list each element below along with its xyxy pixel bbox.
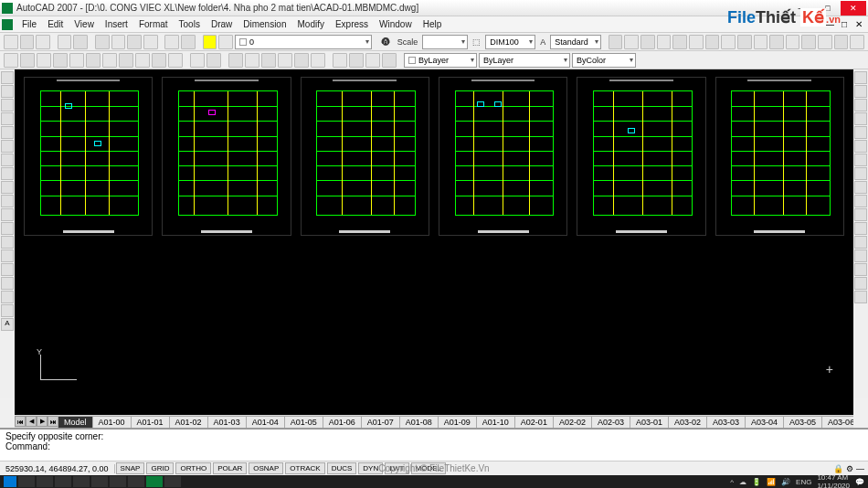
tab-a01-04[interactable]: A01-04 (246, 416, 285, 428)
zoom-extents-icon[interactable] (168, 53, 183, 68)
dim-rad-icon[interactable] (672, 35, 687, 49)
toggle-snap[interactable]: SNAP (116, 462, 145, 474)
task-store-icon[interactable] (91, 476, 108, 487)
revcloud-icon[interactable] (1, 167, 14, 180)
task-app1-icon[interactable] (110, 476, 126, 487)
maximize-button[interactable]: □ (815, 1, 841, 16)
menu-insert[interactable]: Insert (100, 19, 133, 29)
polygon-icon[interactable] (1, 112, 14, 125)
dim-aligned-icon[interactable] (624, 35, 639, 49)
dim-linear-icon[interactable] (609, 35, 623, 49)
extend-icon[interactable] (854, 208, 867, 221)
save-icon[interactable] (36, 35, 50, 49)
tray-minus-icon[interactable]: — (856, 464, 864, 473)
insert-block-icon[interactable] (1, 222, 14, 235)
hatch-icon[interactable] (365, 53, 380, 68)
tray-cloud-icon[interactable]: ☁ (739, 478, 746, 486)
dim-tol-icon[interactable] (786, 35, 800, 49)
block-icon[interactable] (333, 53, 347, 68)
task-cortana-icon[interactable] (37, 476, 53, 487)
dim-ord-icon[interactable] (657, 35, 672, 49)
table-tool-icon[interactable] (1, 304, 14, 317)
tab-a03-06[interactable]: A03-06 (821, 416, 853, 428)
dim-ang-icon[interactable] (705, 35, 720, 49)
zoom-all-icon[interactable] (152, 53, 166, 68)
zoom-center-icon[interactable] (86, 53, 101, 68)
markup-icon[interactable] (294, 53, 309, 68)
zoom-realtime-icon[interactable] (4, 53, 18, 68)
move-icon[interactable] (854, 140, 867, 153)
toggle-osnap[interactable]: OSNAP (249, 462, 283, 474)
hatch-tool-icon[interactable] (1, 263, 14, 276)
task-explorer-icon[interactable] (55, 476, 71, 487)
doc-close[interactable]: ✕ (852, 19, 866, 29)
break-icon[interactable] (854, 236, 867, 249)
tab-a03-03[interactable]: A03-03 (706, 416, 746, 428)
menu-dimension[interactable]: Dimension (238, 19, 291, 29)
tab-first-icon[interactable]: ⏮ (15, 416, 26, 427)
tab-a01-00[interactable]: A01-00 (92, 416, 132, 428)
point-icon[interactable] (1, 249, 14, 262)
orbit-icon[interactable] (206, 53, 221, 68)
tray-time[interactable]: 10:47 AM1/11/2020 (817, 473, 850, 488)
menu-tools[interactable]: Tools (174, 19, 206, 29)
mirror-icon[interactable] (854, 99, 867, 111)
pan-icon[interactable] (190, 53, 205, 68)
zoom-object-icon[interactable] (102, 53, 117, 68)
scale-icon[interactable] (854, 167, 867, 180)
tab-a03-04[interactable]: A03-04 (745, 416, 784, 428)
zoom-prev-icon[interactable] (20, 53, 35, 68)
dim-update-icon[interactable] (850, 35, 864, 49)
tab-a01-09[interactable]: A01-09 (438, 416, 477, 428)
doc-minimize[interactable]: — (822, 19, 837, 29)
menu-modify[interactable]: Modify (292, 19, 330, 29)
textstyle-combo[interactable]: Standard (550, 35, 601, 49)
tab-a02-02[interactable]: A02-02 (553, 416, 592, 428)
stretch-icon[interactable] (854, 181, 867, 194)
chamfer-icon[interactable] (854, 263, 867, 276)
layer-icon[interactable] (218, 35, 233, 49)
rectangle-icon[interactable] (1, 126, 14, 139)
lineweight-combo[interactable]: ByColor (572, 53, 636, 68)
dim-edit-icon[interactable] (818, 35, 832, 49)
menu-view[interactable]: View (69, 19, 100, 29)
fillet-icon[interactable] (854, 277, 867, 290)
tab-a03-01[interactable]: A03-01 (630, 416, 669, 428)
tool-palettes-icon[interactable] (261, 53, 276, 68)
new-icon[interactable] (4, 35, 18, 49)
props-icon[interactable] (228, 53, 243, 68)
tab-a01-02[interactable]: A01-02 (169, 416, 208, 428)
task-app2-icon[interactable] (128, 476, 144, 487)
tray-tools-icon[interactable]: ⚙ (846, 464, 853, 473)
pline-icon[interactable] (1, 99, 14, 111)
toggle-polar[interactable]: POLAR (213, 462, 247, 474)
quickcalc-icon[interactable] (311, 53, 325, 68)
line-icon[interactable] (1, 71, 14, 84)
tray-lang[interactable]: ENG (796, 478, 811, 486)
make-block-icon[interactable] (1, 236, 14, 249)
mtext-icon[interactable]: A (1, 318, 14, 331)
xline-icon[interactable] (1, 85, 14, 98)
dim-quick-icon[interactable] (721, 35, 736, 49)
tab-a01-01[interactable]: A01-01 (131, 416, 170, 428)
plot-icon[interactable] (58, 35, 72, 49)
task-app3-icon[interactable] (164, 476, 181, 487)
tab-a01-06[interactable]: A01-06 (323, 416, 362, 428)
start-button[interactable] (4, 476, 16, 487)
redo-icon[interactable] (181, 35, 196, 49)
gradient-icon[interactable] (1, 277, 14, 290)
menu-draw[interactable]: Draw (206, 19, 238, 29)
tab-a02-01[interactable]: A02-01 (514, 416, 554, 428)
join-icon[interactable] (854, 249, 867, 262)
minimize-button[interactable]: — (789, 1, 815, 16)
doc-restore[interactable]: □ (837, 19, 852, 29)
spline-icon[interactable] (1, 181, 14, 194)
region-tool-icon[interactable] (1, 291, 14, 303)
match-icon[interactable] (143, 35, 158, 49)
tab-a01-08[interactable]: A01-08 (399, 416, 439, 428)
color-combo[interactable]: ByLayer (404, 53, 477, 68)
tab-a02-03[interactable]: A02-03 (591, 416, 630, 428)
dim-cont-icon[interactable] (754, 35, 768, 49)
drawing-canvas[interactable]: Y + (15, 69, 853, 415)
erase-icon[interactable] (854, 71, 867, 84)
